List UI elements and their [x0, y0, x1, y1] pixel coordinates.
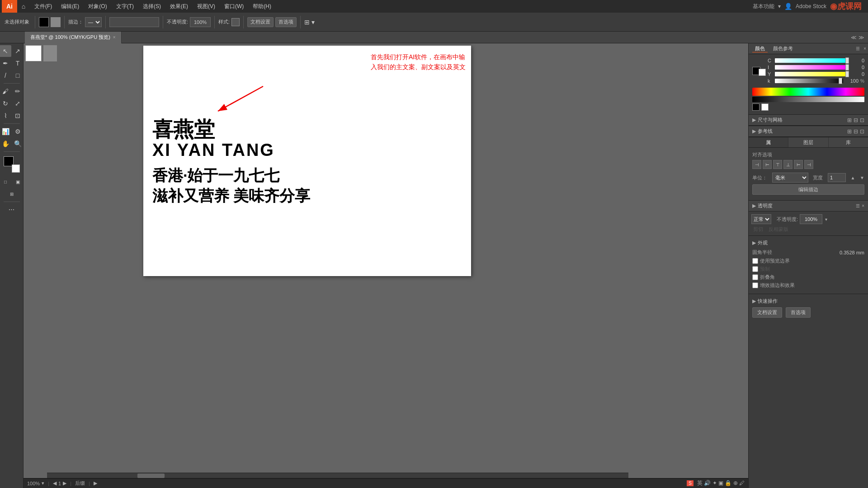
doc-setup-btn[interactable]: 文档设置	[247, 17, 274, 27]
scale-effects-checkbox[interactable]	[752, 282, 758, 288]
opacity-value[interactable]: 100%	[190, 17, 211, 27]
align-right[interactable]: ⊤	[773, 160, 782, 169]
line-tool[interactable]: /	[0, 70, 11, 81]
align-center-h[interactable]: ⊢	[763, 160, 772, 169]
ruler-icon-3[interactable]: ⊡	[860, 117, 864, 123]
align-top[interactable]: ⊥	[783, 160, 793, 169]
color-reference-tab[interactable]: 颜色参考	[770, 45, 796, 52]
free-transform-tool[interactable]: ⊡	[12, 110, 24, 122]
trans-icon-2[interactable]: ×	[862, 203, 864, 208]
menu-file[interactable]: 文件(F)	[30, 0, 57, 13]
brush-select[interactable]: —	[85, 17, 102, 27]
ref-icon-1[interactable]: ⊞	[847, 128, 852, 135]
more-tools-btn[interactable]: ···	[6, 204, 18, 216]
c-slider[interactable]	[775, 58, 849, 63]
artboard-tool[interactable]: ⊞	[6, 188, 18, 200]
y-slider[interactable]	[775, 72, 849, 76]
align-bottom[interactable]: ⊣	[804, 160, 813, 169]
panel-toggle-left[interactable]: ≪	[851, 34, 857, 41]
ruler-expand-icon[interactable]: ▶	[752, 117, 756, 123]
artboard-nav[interactable]: ▶	[94, 480, 97, 486]
color-tab[interactable]: 颜色	[752, 45, 768, 52]
background-swatch[interactable]	[759, 69, 766, 76]
fullscreen-icon[interactable]: ▣	[12, 176, 24, 188]
qa-prefs[interactable]: 首选项	[786, 307, 811, 318]
menu-select[interactable]: 选择(S)	[138, 0, 165, 13]
symbol-tool[interactable]: ⚙	[12, 126, 24, 137]
preview2-checkbox[interactable]	[752, 266, 758, 272]
h-scrollbar[interactable]	[47, 473, 628, 478]
panel-toggle-right[interactable]: ≫	[859, 34, 864, 41]
brand-sub1[interactable]: 香港·始于一九七七	[152, 165, 279, 186]
scale-tool[interactable]: ⤢	[12, 98, 24, 109]
ref-expand-icon[interactable]: ▶	[752, 128, 756, 134]
normal-mode-icon[interactable]: □	[0, 176, 11, 188]
rotate-tool[interactable]: ↻	[0, 98, 11, 109]
menu-edit[interactable]: 编辑(E)	[57, 0, 84, 13]
ruler-icon-1[interactable]: ⊞	[847, 117, 852, 123]
c-slider-thumb[interactable]	[845, 57, 849, 64]
page-nav-prev[interactable]: ◀	[53, 480, 57, 486]
color-panel-menu-icon[interactable]: ☰	[854, 46, 862, 51]
select-tool[interactable]: ↖	[0, 45, 11, 57]
k-slider[interactable]	[775, 79, 843, 83]
zoom-value[interactable]: 100%	[27, 481, 40, 486]
color-spectrum[interactable]	[752, 88, 864, 96]
ref-icon-3[interactable]: ⊡	[860, 128, 864, 135]
layers-tab[interactable]: 图层	[788, 137, 828, 147]
ref-icon-2[interactable]: ⊟	[854, 128, 858, 135]
color-panel-collapse[interactable]: ×	[862, 46, 868, 51]
appear-expand[interactable]: ▶	[752, 240, 756, 246]
shape-tool[interactable]: □	[12, 70, 24, 81]
bw-gradient[interactable]	[752, 97, 864, 102]
swatch-gray[interactable]	[43, 45, 57, 61]
trans-expand-icon[interactable]: ▶	[752, 203, 756, 209]
black-swatch[interactable]	[752, 103, 760, 111]
main-tab[interactable]: 喜燕堂* @ 100% (CMYK/GPU 预览) ×	[25, 32, 122, 43]
more-tools-icon[interactable]: ⊞ ▾	[304, 19, 315, 26]
graph-tool[interactable]: 📊	[0, 126, 11, 137]
library-tab[interactable]: 库	[829, 137, 868, 147]
prefs-btn[interactable]: 首选项	[275, 17, 297, 27]
type-tool[interactable]: T	[12, 57, 24, 69]
menu-object[interactable]: 对象(O)	[84, 0, 111, 13]
edit-stroke-btn[interactable]: 编辑描边	[752, 184, 864, 195]
ruler-icon-2[interactable]: ⊟	[854, 117, 858, 123]
stroke-color-box[interactable]	[39, 17, 49, 27]
zoom-dropdown[interactable]: ▾	[42, 480, 44, 486]
style-preview[interactable]	[231, 18, 240, 26]
properties-tab[interactable]: 属	[749, 137, 788, 147]
align-left[interactable]: ⊣	[752, 160, 761, 169]
m-slider[interactable]	[775, 65, 849, 70]
brand-name-cn[interactable]: 喜燕堂	[152, 116, 215, 144]
user-icon[interactable]: 👤	[784, 3, 792, 10]
unit-select[interactable]: 毫米	[772, 173, 808, 183]
fill-color-picker[interactable]	[51, 17, 61, 27]
canvas-area[interactable]: 首先我们打开AI软件，在画布中输 入我们的主文案、副文案以及英文 喜燕堂 XI …	[24, 43, 748, 488]
brush-tool[interactable]: 🖌	[0, 85, 11, 97]
tab-close-btn[interactable]: ×	[113, 35, 116, 40]
menu-effect[interactable]: 效果(E)	[165, 0, 193, 13]
pen-tool[interactable]: ✒	[0, 57, 11, 69]
menu-help[interactable]: 帮助(H)	[248, 0, 276, 13]
fold-corner-checkbox[interactable]	[752, 274, 758, 280]
brand-sub2[interactable]: 滋补又营养 美味齐分享	[152, 186, 310, 206]
trans-icon-1[interactable]: ☰	[856, 203, 860, 208]
swatch-white[interactable]	[25, 45, 42, 61]
warp-tool[interactable]: ⌇	[0, 110, 11, 122]
page-nav-next[interactable]: ▶	[63, 480, 66, 486]
input-method-icon[interactable]: S	[687, 480, 693, 486]
align-center-v[interactable]: ⊢	[794, 160, 803, 169]
home-icon[interactable]: ⌂	[17, 0, 30, 13]
menu-window[interactable]: 窗口(W)	[220, 0, 248, 13]
y-slider-thumb[interactable]	[845, 71, 849, 77]
width-stepper-up[interactable]: ▲	[851, 175, 855, 180]
opacity-arrow[interactable]: ▾	[825, 217, 827, 222]
menu-view[interactable]: 视图(V)	[193, 0, 220, 13]
point-shape-input[interactable]: 5点圆形	[109, 17, 159, 27]
opacity-value-trans[interactable]: 100%	[800, 214, 822, 224]
qa-doc-setup[interactable]: 文档设置	[752, 307, 782, 318]
blend-mode-select[interactable]: 正常	[751, 214, 771, 224]
width-stepper-down[interactable]: ▼	[860, 175, 864, 180]
k-slider-thumb[interactable]	[839, 78, 842, 84]
